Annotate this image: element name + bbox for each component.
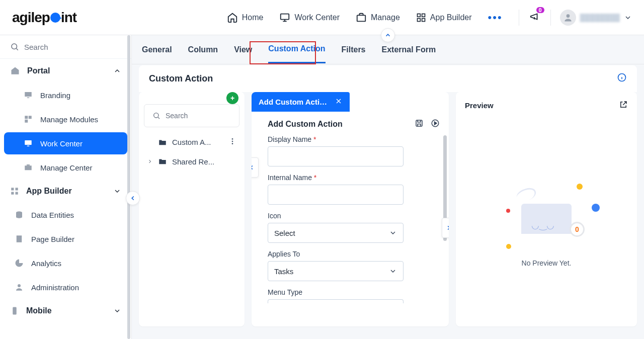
svg-rect-22 (17, 235, 22, 242)
svg-rect-24 (13, 307, 17, 315)
sidebar-appbuilder-label: App Builder (26, 187, 106, 196)
preview-empty-text: No Preview Yet. (522, 259, 572, 267)
chevron-down-icon (389, 229, 397, 237)
folder-icon (158, 138, 167, 147)
svg-point-26 (154, 113, 158, 118)
sidebar-item-work-center[interactable]: Work Center (4, 132, 127, 154)
folder-icon (158, 157, 167, 166)
display-name-input[interactable] (268, 146, 404, 166)
svg-rect-30 (416, 120, 422, 126)
notifications[interactable]: 0 (529, 11, 540, 24)
nav-appbuilder-label: App Builder (430, 13, 472, 22)
svg-rect-20 (16, 192, 18, 195)
nav-workcenter[interactable]: Work Center (279, 12, 340, 23)
sidebar-search[interactable]: Search (0, 35, 131, 59)
page-icon (15, 234, 24, 243)
sidebar-item-manage-center[interactable]: Manage Center (4, 156, 127, 179)
sidebar-administration-label: Administration (31, 283, 79, 292)
preview-pane: Preview ◡‿◡ 0 (456, 92, 637, 326)
close-icon (335, 97, 343, 105)
search-icon (10, 42, 19, 51)
avatar-icon (560, 10, 576, 26)
tree-item-menu[interactable] (228, 137, 236, 147)
nav-appbuilder[interactable]: App Builder (416, 13, 472, 23)
applies-to-label: Applies To (268, 250, 440, 258)
tabs-collapse-button[interactable] (381, 28, 395, 42)
tab-general[interactable]: General (142, 37, 172, 63)
notification-badge: 0 (536, 7, 544, 13)
nav-manage[interactable]: Manage (356, 12, 400, 23)
sidebar-item-data-entities[interactable]: Data Entities (4, 204, 127, 226)
form-collapse-left[interactable] (252, 157, 259, 178)
preview-expand[interactable] (619, 100, 628, 111)
user-menu[interactable]: ████████ (550, 10, 632, 26)
tree-item-shared-resources[interactable]: Shared Re... (143, 152, 240, 171)
run-button[interactable] (431, 119, 440, 129)
svg-point-28 (232, 141, 233, 142)
sidebar-item-manage-modules[interactable]: Manage Modules (4, 108, 127, 130)
house-icon (10, 66, 20, 76)
sidebar-manage-modules-label: Manage Modules (40, 115, 98, 124)
sidebar-group-portal[interactable]: Portal (0, 59, 131, 83)
svg-rect-19 (11, 192, 14, 195)
icon-label: Icon (268, 212, 440, 220)
internal-name-input[interactable] (268, 185, 404, 205)
sidebar-item-page-builder[interactable]: Page Builder (4, 228, 127, 250)
svg-point-7 (12, 44, 17, 49)
form-collapse-right[interactable] (442, 218, 449, 238)
add-button[interactable]: + (226, 92, 238, 104)
list-pane: + Search Custom A... (139, 92, 245, 326)
applies-to-select[interactable]: Tasks (268, 261, 404, 281)
applies-to-value: Tasks (274, 267, 293, 276)
tab-custom-action[interactable]: Custom Action (268, 36, 325, 63)
menu-type-select[interactable] (268, 299, 404, 303)
tab-column[interactable]: Column (188, 37, 218, 63)
play-circle-icon (431, 119, 440, 128)
logo[interactable]: agilepint (12, 10, 76, 26)
sidebar-portal-label: Portal (27, 66, 106, 75)
sidebar-item-analytics[interactable]: Analytics (4, 252, 127, 274)
topbar-right: 0 ████████ (519, 10, 632, 26)
field-menu-type: Menu Type (268, 288, 440, 303)
logo-dot-icon (50, 13, 60, 23)
nav-workcenter-label: Work Center (294, 13, 340, 22)
panel-title: Custom Action (149, 73, 213, 84)
nav-home[interactable]: Home (227, 12, 264, 23)
sidebar-scrollbar[interactable] (127, 35, 130, 339)
tree-item-custom-actions[interactable]: Custom A... (143, 132, 240, 152)
chevron-right-icon (445, 224, 449, 231)
sidebar-data-entities-label: Data Entities (31, 211, 74, 219)
sidebar-group-appbuilder[interactable]: App Builder (0, 180, 131, 203)
chevron-down-icon (113, 307, 121, 315)
svg-rect-17 (11, 188, 14, 190)
list-search-placeholder: Search (166, 112, 188, 120)
svg-rect-16 (27, 164, 30, 165)
list-search[interactable]: Search (144, 104, 239, 127)
tab-view[interactable]: View (234, 37, 252, 63)
chevron-down-icon (624, 14, 632, 22)
form-tab: Add Custom Actio... (252, 92, 350, 112)
monitor-filled-icon (24, 139, 33, 148)
monitor-icon (279, 12, 290, 23)
chevron-down-icon (389, 267, 397, 275)
form-tab-close[interactable] (335, 97, 343, 107)
sidebar-group-mobile[interactable]: Mobile (0, 299, 131, 322)
tab-filters[interactable]: Filters (342, 37, 366, 63)
icon-select[interactable]: Select (268, 223, 404, 243)
sidebar-collapse-button[interactable] (126, 191, 140, 205)
tree-item2-label: Shared Re... (172, 157, 214, 166)
nav-more[interactable]: ••• (488, 11, 503, 24)
svg-rect-12 (25, 120, 28, 123)
sidebar-item-branding[interactable]: Branding (4, 84, 127, 106)
briefcase-icon (356, 12, 367, 23)
chevron-up-icon (384, 32, 391, 39)
field-icon: Icon Select (268, 212, 440, 243)
info-button[interactable] (617, 72, 627, 85)
svg-rect-18 (16, 188, 18, 190)
save-button[interactable] (415, 119, 424, 129)
form-heading: Add Custom Action (268, 120, 343, 129)
svg-rect-14 (27, 146, 30, 147)
sidebar-item-administration[interactable]: Administration (4, 276, 127, 298)
field-internal-name: Internal Name * (268, 174, 440, 205)
svg-rect-1 (357, 15, 366, 21)
